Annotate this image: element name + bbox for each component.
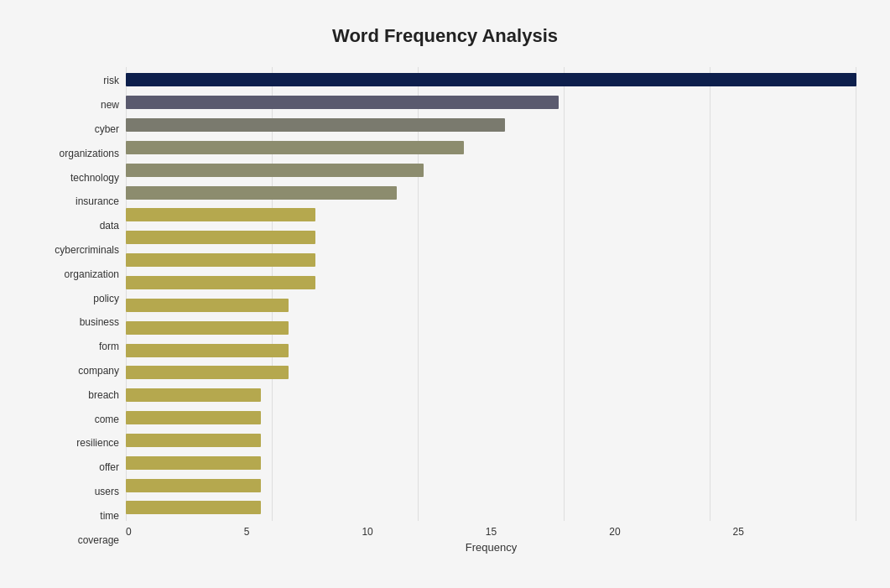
bar: [126, 96, 559, 109]
bar-row: [126, 204, 856, 226]
bar: [126, 388, 261, 402]
x-axis: 0510152025: [126, 526, 856, 538]
y-label: breach: [88, 390, 119, 400]
y-label: time: [100, 511, 119, 521]
y-label: policy: [93, 294, 119, 304]
y-label: insurance: [75, 196, 119, 206]
bar-row: [126, 474, 856, 497]
bar: [126, 208, 315, 221]
y-label: users: [95, 487, 119, 497]
bar: [126, 186, 397, 200]
bars-and-grid: 0510152025 Frequency: [126, 67, 856, 554]
bar: [126, 299, 289, 312]
bar-row: [126, 294, 856, 316]
grid-and-bars: [126, 67, 856, 521]
y-label: offer: [99, 462, 119, 472]
y-label: organizations: [60, 148, 119, 159]
y-label: come: [95, 414, 119, 424]
bar-row: [126, 159, 856, 181]
bar-row: [126, 362, 856, 384]
bar: [126, 253, 315, 267]
x-tick: 0: [126, 526, 132, 538]
y-label: business: [80, 317, 119, 327]
y-label: cybercriminals: [55, 245, 119, 255]
x-tick: 20: [609, 526, 620, 538]
bar: [126, 141, 464, 154]
bar-row: [126, 429, 856, 452]
bar-row: [126, 272, 856, 294]
bar-row: [126, 181, 856, 204]
x-tick: 25: [733, 526, 744, 538]
bar-row: [126, 451, 856, 474]
bar-row: [126, 114, 856, 137]
y-label: cyber: [95, 124, 119, 134]
bar: [126, 434, 261, 447]
chart-container: Word Frequency Analysis risknewcyberorga…: [0, 0, 890, 588]
bar-row: [126, 407, 856, 429]
bar: [126, 118, 505, 132]
bar: [126, 276, 315, 289]
bar: [126, 321, 289, 335]
chart-title: Word Frequency Analysis: [34, 25, 856, 47]
bar: [126, 456, 261, 470]
y-label: coverage: [78, 535, 119, 545]
bar: [126, 479, 261, 492]
bar: [126, 164, 424, 177]
bar: [126, 501, 261, 514]
bar: [126, 344, 289, 357]
bar-row: [126, 497, 856, 519]
x-axis-label: Frequency: [126, 541, 856, 554]
y-label: data: [100, 221, 119, 231]
bars-wrapper: [126, 67, 856, 521]
chart-area: risknewcyberorganizationstechnologyinsur…: [34, 67, 856, 554]
x-tick: 15: [486, 526, 497, 538]
bar-row: [126, 137, 856, 159]
y-axis-labels: risknewcyberorganizationstechnologyinsur…: [34, 67, 126, 554]
bar-row: [126, 316, 856, 339]
bar-row: [126, 226, 856, 249]
bar-row: [126, 91, 856, 114]
bar-row: [126, 339, 856, 362]
x-tick: 10: [362, 526, 372, 538]
y-label: organization: [65, 269, 119, 279]
bar: [126, 411, 261, 424]
y-label: resilience: [76, 438, 119, 448]
bar-row: [126, 249, 856, 272]
y-label: form: [99, 341, 119, 351]
bar: [126, 366, 289, 379]
y-label: new: [101, 100, 119, 110]
bar-row: [126, 384, 856, 407]
y-label: technology: [70, 173, 119, 183]
bar: [126, 231, 315, 244]
y-label: risk: [103, 75, 119, 86]
bar-row: [126, 69, 856, 91]
bar: [126, 73, 856, 86]
x-tick: 5: [244, 526, 250, 538]
y-label: company: [78, 366, 119, 376]
